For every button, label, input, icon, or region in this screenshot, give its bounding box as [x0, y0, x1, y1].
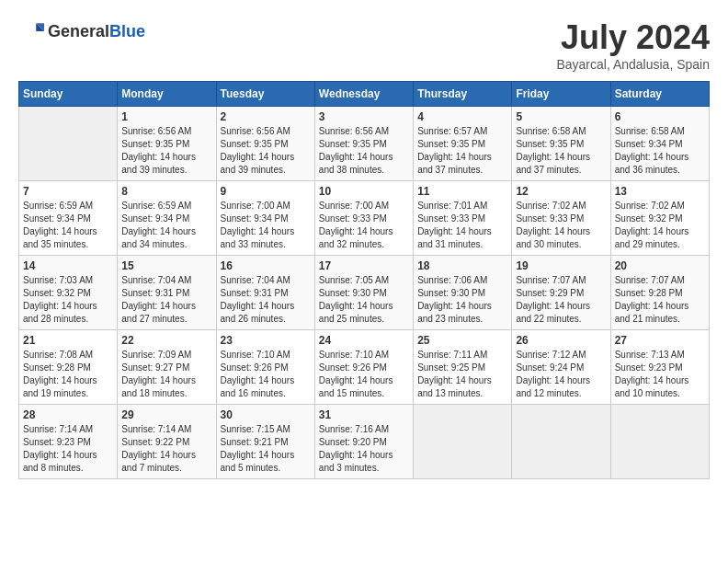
- day-info: Sunrise: 7:11 AMSunset: 9:25 PMDaylight:…: [417, 349, 507, 400]
- header-day-friday: Friday: [512, 82, 610, 107]
- day-info: Sunrise: 6:56 AMSunset: 9:35 PMDaylight:…: [221, 125, 311, 177]
- day-info: Sunrise: 7:01 AMSunset: 9:33 PMDaylight:…: [417, 200, 507, 251]
- day-info: Sunrise: 6:58 AMSunset: 9:35 PMDaylight:…: [516, 125, 606, 177]
- calendar-cell: 16Sunrise: 7:04 AMSunset: 9:31 PMDayligh…: [216, 256, 314, 330]
- calendar-cell: 11Sunrise: 7:01 AMSunset: 9:33 PMDayligh…: [414, 181, 512, 256]
- calendar-cell: 22Sunrise: 7:09 AMSunset: 9:27 PMDayligh…: [118, 330, 216, 405]
- week-row-2: 7Sunrise: 6:59 AMSunset: 9:34 PMDaylight…: [19, 181, 710, 256]
- day-info: Sunrise: 7:12 AMSunset: 9:24 PMDaylight:…: [516, 349, 606, 400]
- day-info: Sunrise: 7:16 AMSunset: 9:20 PMDaylight:…: [319, 423, 409, 475]
- title-area: July 2024 Bayarcal, Andalusia, Spain: [556, 18, 710, 72]
- calendar-cell: 14Sunrise: 7:03 AMSunset: 9:32 PMDayligh…: [19, 256, 118, 330]
- day-number: 14: [23, 259, 113, 272]
- day-number: 13: [615, 185, 705, 198]
- day-info: Sunrise: 7:09 AMSunset: 9:27 PMDaylight:…: [121, 349, 211, 400]
- calendar-cell: 23Sunrise: 7:10 AMSunset: 9:26 PMDayligh…: [216, 330, 314, 405]
- day-number: 28: [23, 408, 113, 421]
- header-day-saturday: Saturday: [610, 82, 709, 107]
- calendar-cell: 31Sunrise: 7:16 AMSunset: 9:20 PMDayligh…: [314, 405, 413, 479]
- month-year: July 2024: [556, 18, 710, 57]
- calendar-cell: [19, 107, 118, 181]
- calendar-header: SundayMondayTuesdayWednesdayThursdayFrid…: [19, 82, 710, 107]
- calendar-cell: 3Sunrise: 6:56 AMSunset: 9:35 PMDaylight…: [314, 107, 413, 181]
- location: Bayarcal, Andalusia, Spain: [556, 57, 710, 72]
- calendar-cell: 27Sunrise: 7:13 AMSunset: 9:23 PMDayligh…: [610, 330, 709, 405]
- day-info: Sunrise: 7:04 AMSunset: 9:31 PMDaylight:…: [221, 274, 311, 326]
- day-info: Sunrise: 7:14 AMSunset: 9:22 PMDaylight:…: [121, 423, 211, 475]
- calendar-cell: 5Sunrise: 6:58 AMSunset: 9:35 PMDaylight…: [512, 107, 610, 181]
- day-info: Sunrise: 7:05 AMSunset: 9:30 PMDaylight:…: [319, 274, 409, 326]
- day-number: 1: [121, 110, 211, 123]
- calendar-cell: 18Sunrise: 7:06 AMSunset: 9:30 PMDayligh…: [414, 256, 512, 330]
- day-number: 29: [121, 408, 211, 421]
- day-info: Sunrise: 7:10 AMSunset: 9:26 PMDaylight:…: [221, 349, 311, 400]
- day-number: 23: [221, 334, 311, 347]
- calendar-cell: 15Sunrise: 7:04 AMSunset: 9:31 PMDayligh…: [118, 256, 216, 330]
- day-info: Sunrise: 7:00 AMSunset: 9:34 PMDaylight:…: [221, 200, 311, 251]
- week-row-1: 1Sunrise: 6:56 AMSunset: 9:35 PMDaylight…: [19, 107, 710, 181]
- day-number: 7: [23, 185, 113, 198]
- header-day-monday: Monday: [118, 82, 216, 107]
- logo-text: GeneralBlue: [48, 22, 145, 41]
- calendar-cell: 9Sunrise: 7:00 AMSunset: 9:34 PMDaylight…: [216, 181, 314, 256]
- calendar-cell: 29Sunrise: 7:14 AMSunset: 9:22 PMDayligh…: [118, 405, 216, 479]
- day-number: 20: [615, 259, 705, 272]
- calendar-cell: 17Sunrise: 7:05 AMSunset: 9:30 PMDayligh…: [314, 256, 413, 330]
- calendar-cell: 26Sunrise: 7:12 AMSunset: 9:24 PMDayligh…: [512, 330, 610, 405]
- day-info: Sunrise: 6:57 AMSunset: 9:35 PMDaylight:…: [417, 125, 507, 177]
- calendar-cell: 2Sunrise: 6:56 AMSunset: 9:35 PMDaylight…: [216, 107, 314, 181]
- calendar-cell: 21Sunrise: 7:08 AMSunset: 9:28 PMDayligh…: [19, 330, 118, 405]
- day-info: Sunrise: 7:15 AMSunset: 9:21 PMDaylight:…: [221, 423, 311, 475]
- day-info: Sunrise: 7:06 AMSunset: 9:30 PMDaylight:…: [417, 274, 507, 326]
- day-number: 27: [615, 334, 705, 347]
- day-info: Sunrise: 6:58 AMSunset: 9:34 PMDaylight:…: [615, 125, 705, 177]
- week-row-5: 28Sunrise: 7:14 AMSunset: 9:23 PMDayligh…: [19, 405, 710, 479]
- day-number: 30: [221, 408, 311, 421]
- day-info: Sunrise: 7:04 AMSunset: 9:31 PMDaylight:…: [121, 274, 211, 326]
- day-number: 18: [417, 259, 507, 272]
- day-number: 6: [615, 110, 705, 123]
- day-info: Sunrise: 7:08 AMSunset: 9:28 PMDaylight:…: [23, 349, 113, 400]
- day-info: Sunrise: 6:59 AMSunset: 9:34 PMDaylight:…: [121, 200, 211, 251]
- calendar-cell: 28Sunrise: 7:14 AMSunset: 9:23 PMDayligh…: [19, 405, 118, 479]
- day-number: 9: [221, 185, 311, 198]
- calendar-cell: 30Sunrise: 7:15 AMSunset: 9:21 PMDayligh…: [216, 405, 314, 479]
- header: GeneralBlue July 2024 Bayarcal, Andalusi…: [18, 18, 710, 72]
- calendar-cell: [512, 405, 610, 479]
- calendar-cell: 25Sunrise: 7:11 AMSunset: 9:25 PMDayligh…: [414, 330, 512, 405]
- calendar-cell: 10Sunrise: 7:00 AMSunset: 9:33 PMDayligh…: [314, 181, 413, 256]
- day-number: 11: [417, 185, 507, 198]
- calendar-cell: 12Sunrise: 7:02 AMSunset: 9:33 PMDayligh…: [512, 181, 610, 256]
- header-row: SundayMondayTuesdayWednesdayThursdayFrid…: [19, 82, 710, 107]
- day-info: Sunrise: 7:07 AMSunset: 9:28 PMDaylight:…: [615, 274, 705, 326]
- calendar-cell: 13Sunrise: 7:02 AMSunset: 9:32 PMDayligh…: [610, 181, 709, 256]
- calendar-cell: 1Sunrise: 6:56 AMSunset: 9:35 PMDaylight…: [118, 107, 216, 181]
- day-number: 2: [221, 110, 311, 123]
- day-info: Sunrise: 7:03 AMSunset: 9:32 PMDaylight:…: [23, 274, 113, 326]
- week-row-3: 14Sunrise: 7:03 AMSunset: 9:32 PMDayligh…: [19, 256, 710, 330]
- day-number: 21: [23, 334, 113, 347]
- calendar-cell: [610, 405, 709, 479]
- logo-general: General: [48, 22, 109, 40]
- day-number: 31: [319, 408, 409, 421]
- day-number: 24: [319, 334, 409, 347]
- day-info: Sunrise: 6:56 AMSunset: 9:35 PMDaylight:…: [121, 125, 211, 177]
- day-info: Sunrise: 7:02 AMSunset: 9:33 PMDaylight:…: [516, 200, 606, 251]
- day-info: Sunrise: 7:13 AMSunset: 9:23 PMDaylight:…: [615, 349, 705, 400]
- calendar-cell: 7Sunrise: 6:59 AMSunset: 9:34 PMDaylight…: [19, 181, 118, 256]
- day-info: Sunrise: 7:14 AMSunset: 9:23 PMDaylight:…: [23, 423, 113, 475]
- calendar-cell: [414, 405, 512, 479]
- day-info: Sunrise: 7:00 AMSunset: 9:33 PMDaylight:…: [319, 200, 409, 251]
- calendar-cell: 8Sunrise: 6:59 AMSunset: 9:34 PMDaylight…: [118, 181, 216, 256]
- logo-blue: Blue: [109, 22, 145, 40]
- day-info: Sunrise: 7:02 AMSunset: 9:32 PMDaylight:…: [615, 200, 705, 251]
- day-info: Sunrise: 7:10 AMSunset: 9:26 PMDaylight:…: [319, 349, 409, 400]
- header-day-thursday: Thursday: [414, 82, 512, 107]
- calendar-body: 1Sunrise: 6:56 AMSunset: 9:35 PMDaylight…: [19, 107, 710, 479]
- week-row-4: 21Sunrise: 7:08 AMSunset: 9:28 PMDayligh…: [19, 330, 710, 405]
- logo: GeneralBlue: [18, 18, 145, 44]
- day-info: Sunrise: 6:56 AMSunset: 9:35 PMDaylight:…: [319, 125, 409, 177]
- day-number: 8: [121, 185, 211, 198]
- day-number: 12: [516, 185, 606, 198]
- calendar-cell: 20Sunrise: 7:07 AMSunset: 9:28 PMDayligh…: [610, 256, 709, 330]
